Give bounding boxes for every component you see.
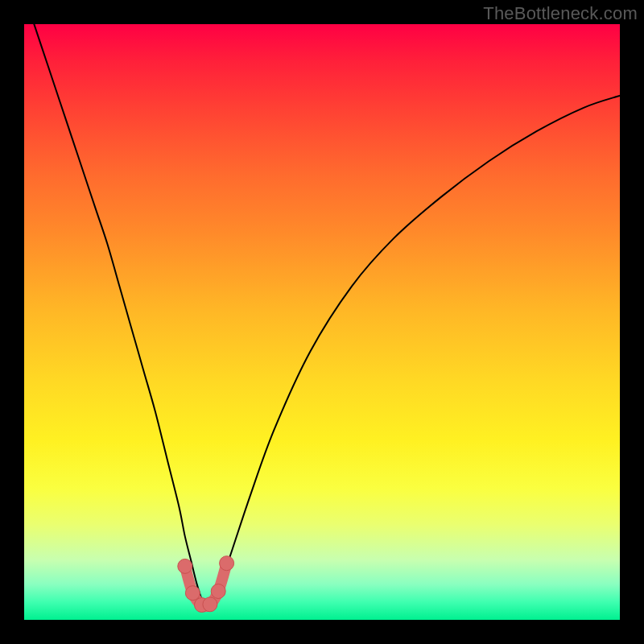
curve-marker bbox=[178, 559, 192, 573]
curve-marker bbox=[203, 597, 217, 612]
plot-area bbox=[24, 24, 620, 620]
chart-frame: TheBottleneck.com bbox=[0, 0, 644, 644]
bottleneck-curve bbox=[24, 0, 620, 608]
curve-marker bbox=[220, 556, 234, 571]
curve-markers bbox=[178, 556, 234, 613]
chart-svg bbox=[24, 24, 620, 620]
curve-marker bbox=[211, 584, 225, 599]
watermark-text: TheBottleneck.com bbox=[483, 3, 638, 24]
curve-marker bbox=[185, 586, 200, 601]
